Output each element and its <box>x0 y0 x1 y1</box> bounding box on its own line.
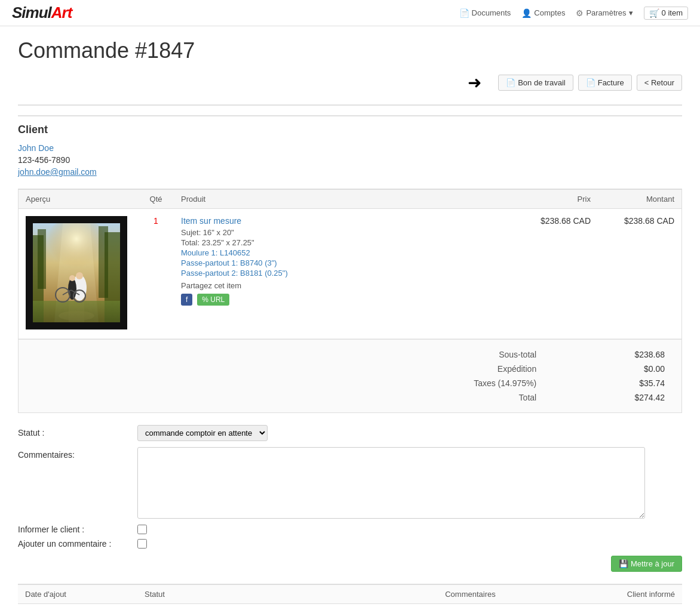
nav-parametres[interactable]: ⚙ Paramètres ▾ <box>576 8 633 18</box>
ajouter-checkbox[interactable] <box>137 539 147 549</box>
product-cell: Item sur mesure Sujet: 16" x 20" Total: … <box>174 209 514 339</box>
brand-logo[interactable]: SimulArt <box>12 4 72 22</box>
expedition-row: Expédition $0.00 <box>32 362 668 375</box>
navbar-right: 📄 Documents 👤 Comptes ⚙ Paramètres ▾ 🛒 0… <box>459 7 688 20</box>
action-row: ➜ 📄 Bon de travail 📄 Facture < Retour <box>18 73 682 93</box>
ajouter-label: Ajouter un commentaire : <box>18 539 137 549</box>
client-email[interactable]: john.doe@gmail.com <box>18 167 97 177</box>
history-comments <box>438 604 598 611</box>
share-text: Partagez cet item <box>181 281 507 290</box>
col-date: Date d'ajout <box>18 585 137 604</box>
svg-point-11 <box>76 272 83 279</box>
col-client-informe: Client informé <box>598 585 682 604</box>
taxes-row: Taxes (14.975%) $35.74 <box>32 377 668 390</box>
share-facebook-button[interactable]: f <box>181 294 192 306</box>
facture-button[interactable]: 📄 Facture <box>578 75 632 91</box>
col-produit: Produit <box>174 190 514 209</box>
statut-label: Statut : <box>18 425 137 438</box>
navbar: SimulArt 📄 Documents 👤 Comptes ⚙ Paramèt… <box>0 0 700 26</box>
history-section: Date d'ajout Statut Commentaires Client … <box>18 584 682 610</box>
facture-icon: 📄 <box>586 78 595 87</box>
total-row: Total $274.42 <box>32 391 668 404</box>
history-client-informe: ✗ <box>598 604 682 611</box>
client-phone: 123-456-7890 <box>18 155 682 165</box>
informer-label: Informer le client : <box>18 525 137 534</box>
product-moulure: Moulure 1: L140652 <box>181 248 507 257</box>
cart-label: 0 item <box>662 8 683 17</box>
product-sujet: Sujet: 16" x 20" <box>181 228 507 237</box>
retour-label: < Retour <box>644 78 674 87</box>
sous-total-value: $238.68 <box>541 348 668 361</box>
arrow-indicator: ➜ <box>468 73 481 93</box>
status-form: Statut : commande comptoir en attente en… <box>18 425 682 519</box>
nav-comptes[interactable]: 👤 Comptes <box>521 8 565 18</box>
chevron-down-icon: ▾ <box>629 8 633 17</box>
client-section: Client John Doe 123-456-7890 john.doe@gm… <box>18 115 682 177</box>
qty-cell: 1 <box>138 209 174 339</box>
commentaires-row: Commentaires: <box>18 447 682 519</box>
section-divider <box>18 104 682 106</box>
statut-row: Statut : commande comptoir en attente en… <box>18 425 682 441</box>
expedition-value: $0.00 <box>541 362 668 375</box>
product-image <box>33 223 120 322</box>
expedition-label: Expédition <box>32 362 540 375</box>
total-value: $274.42 <box>541 391 668 404</box>
order-section: Aperçu Qté Produit Prix Montant <box>18 189 682 413</box>
bon-de-travail-label: Bon de travail <box>518 78 566 87</box>
svg-rect-3 <box>38 229 46 289</box>
cart-badge[interactable]: 🛒 0 item <box>644 7 688 20</box>
history-date: 11/04/2018 14:15:52 <box>18 604 137 611</box>
col-commentaires: Commentaires <box>438 585 598 604</box>
product-name[interactable]: Item sur mesure <box>181 216 507 226</box>
history-table: Date d'ajout Statut Commentaires Client … <box>18 584 682 610</box>
share-url-button[interactable]: % URL <box>197 294 229 306</box>
statut-select[interactable]: commande comptoir en attente en producti… <box>137 425 268 441</box>
price-cell: $238.68 CAD <box>514 209 598 339</box>
col-qte: Qté <box>138 190 174 209</box>
retour-button[interactable]: < Retour <box>637 75 682 91</box>
cart-icon: 🛒 <box>649 8 659 18</box>
brand-simul: Simul <box>12 4 51 21</box>
col-prix: Prix <box>514 190 598 209</box>
commentaires-label: Commentaires: <box>18 447 137 460</box>
taxes-value: $35.74 <box>541 377 668 390</box>
svg-rect-5 <box>99 226 108 298</box>
product-link[interactable]: Item sur mesure <box>181 216 241 226</box>
col-apercu: Aperçu <box>19 190 138 209</box>
product-frame <box>26 216 127 329</box>
mettre-a-jour-label: Mettre à jour <box>631 559 674 568</box>
product-passe1: Passe-partout 1: B8740 (3") <box>181 258 507 267</box>
ajouter-row: Ajouter un commentaire : <box>18 539 682 549</box>
update-row: 💾 Mettre à jour <box>18 556 682 572</box>
bon-de-travail-button[interactable]: 📄 Bon de travail <box>498 75 573 91</box>
informer-checkbox[interactable] <box>137 525 147 534</box>
main-content: Commande #1847 ➜ 📄 Bon de travail 📄 Fact… <box>0 26 700 610</box>
gear-icon: ⚙ <box>576 8 584 18</box>
commentaires-textarea[interactable] <box>137 447 645 519</box>
order-table: Aperçu Qté Produit Prix Montant <box>19 189 681 339</box>
totals-section: Sous-total $238.68 Expédition $0.00 Taxe… <box>19 339 681 412</box>
nav-documents[interactable]: 📄 Documents <box>459 8 511 18</box>
informer-row: Informer le client : <box>18 525 682 534</box>
col-montant: Montant <box>598 190 681 209</box>
apercu-cell <box>19 209 138 339</box>
total-label: Total <box>32 391 540 404</box>
montant-cell: $238.68 CAD <box>598 209 681 339</box>
brand-art: Art <box>51 4 72 21</box>
mettre-a-jour-button[interactable]: 💾 Mettre à jour <box>611 556 682 572</box>
comptes-icon: 👤 <box>521 8 532 18</box>
facture-label: Facture <box>598 78 624 87</box>
documents-icon: 📄 <box>459 8 469 18</box>
nav-comptes-label: Comptes <box>534 8 565 17</box>
table-header-row: Aperçu Qté Produit Prix Montant <box>19 190 681 209</box>
table-row: 1 Item sur mesure Sujet: 16" x 20" Total… <box>19 209 681 339</box>
page-title: Commande #1847 <box>18 38 682 63</box>
nav-parametres-label: Paramètres <box>586 8 626 17</box>
history-status: commande comptoir en attente <box>137 604 438 611</box>
col-statut: Statut <box>137 585 438 604</box>
product-total: Total: 23.25" x 27.25" <box>181 238 507 247</box>
client-name: John Doe <box>18 143 682 153</box>
client-section-title: Client <box>18 124 682 136</box>
taxes-label: Taxes (14.975%) <box>32 377 540 390</box>
history-row: 11/04/2018 14:15:52 commande comptoir en… <box>18 604 682 611</box>
